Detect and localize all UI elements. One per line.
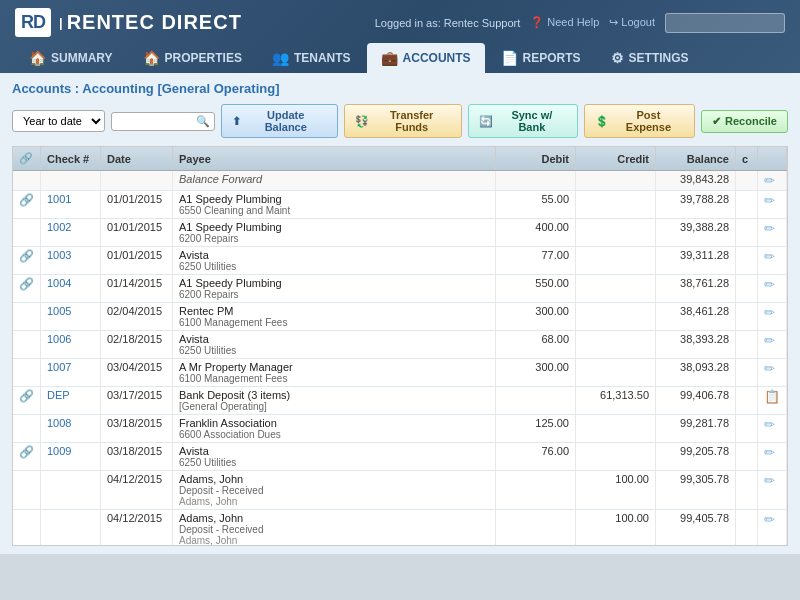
need-help-link[interactable]: ❓ Need Help (530, 16, 599, 29)
edit-icon[interactable]: ✏ (764, 473, 775, 488)
edit-cell[interactable]: ✏ (758, 510, 787, 547)
debit-cell (496, 171, 576, 191)
post-expense-button[interactable]: 💲 Post Expense (584, 104, 695, 138)
sync-bank-button[interactable]: 🔄 Sync w/ Bank (468, 104, 578, 138)
attach-icon[interactable]: 🔗 (19, 277, 34, 291)
check-number-link[interactable]: 1006 (47, 333, 71, 345)
edit-icon[interactable]: ✏ (764, 221, 775, 236)
edit-cell[interactable]: ✏ (758, 191, 787, 219)
global-search-input[interactable] (665, 13, 785, 33)
edit-icon[interactable]: ✏ (764, 361, 775, 376)
credit-cell (576, 219, 656, 247)
debit-cell: 550.00 (496, 275, 576, 303)
credit-cell (576, 171, 656, 191)
payee-category: 6250 Utilities (179, 261, 489, 272)
post-expense-icon: 💲 (595, 115, 609, 128)
check-cell[interactable]: 1007 (41, 359, 101, 387)
edit-icon[interactable]: ✏ (764, 512, 775, 527)
nav-tenants[interactable]: 👥 TENANTS (258, 43, 365, 73)
edit-icon[interactable]: ✏ (764, 193, 775, 208)
nav-reports[interactable]: 📄 REPORTS (487, 43, 595, 73)
payee-name: Adams, John (179, 512, 489, 524)
edit-icon[interactable]: ✏ (764, 277, 775, 292)
check-cell[interactable]: DEP (41, 387, 101, 415)
check-number-link[interactable]: 1003 (47, 249, 71, 261)
edit-cell[interactable]: ✏ (758, 247, 787, 275)
attach-cell[interactable]: 🔗 (13, 275, 41, 303)
date-cell: 01/01/2015 (101, 219, 173, 247)
nav-properties[interactable]: 🏠 PROPERTIES (129, 43, 256, 73)
edit-cell[interactable]: ✏ (758, 275, 787, 303)
check-number-link[interactable]: 1009 (47, 445, 71, 457)
cleared-cell (736, 219, 758, 247)
copy-icon[interactable]: 📋 (764, 389, 780, 404)
payee-name: Adams, John (179, 473, 489, 485)
edit-icon[interactable]: ✏ (764, 445, 775, 460)
edit-icon[interactable]: ✏ (764, 249, 775, 264)
date-cell: 03/04/2015 (101, 359, 173, 387)
col-header-balance: Balance (656, 147, 736, 171)
date-filter-select[interactable]: Year to date (12, 110, 105, 132)
edit-cell[interactable]: ✏ (758, 443, 787, 471)
nav-accounts[interactable]: 💼 ACCOUNTS (367, 43, 485, 73)
payee-category: Deposit - Received (179, 485, 489, 496)
attach-icon[interactable]: 🔗 (19, 193, 34, 207)
edit-cell[interactable]: ✏ (758, 471, 787, 510)
check-cell[interactable]: 1009 (41, 443, 101, 471)
check-cell[interactable]: 1002 (41, 219, 101, 247)
date-cell: 03/18/2015 (101, 415, 173, 443)
payee-category: 6200 Repairs (179, 289, 489, 300)
edit-cell[interactable]: 📋 (758, 387, 787, 415)
check-cell[interactable]: 1003 (41, 247, 101, 275)
check-number-link[interactable]: 1008 (47, 417, 71, 429)
edit-icon[interactable]: ✏ (764, 333, 775, 348)
edit-cell[interactable]: ✏ (758, 359, 787, 387)
check-cell[interactable]: 1004 (41, 275, 101, 303)
attach-icon[interactable]: 🔗 (19, 389, 34, 403)
check-number-link[interactable]: 1005 (47, 305, 71, 317)
edit-cell[interactable]: ✏ (758, 331, 787, 359)
attach-header-icon: 🔗 (19, 152, 33, 164)
cleared-cell (736, 471, 758, 510)
attach-cell[interactable]: 🔗 (13, 387, 41, 415)
check-number-link[interactable]: 1004 (47, 277, 71, 289)
edit-icon[interactable]: ✏ (764, 417, 775, 432)
transfer-funds-button[interactable]: 💱 Transfer Funds (344, 104, 462, 138)
edit-icon[interactable]: ✏ (764, 305, 775, 320)
payee-cell: Avista6250 Utilities (173, 443, 496, 471)
edit-icon[interactable]: ✏ (764, 173, 775, 188)
nav-settings[interactable]: ⚙ SETTINGS (597, 43, 703, 73)
cleared-cell (736, 415, 758, 443)
attach-icon[interactable]: 🔗 (19, 445, 34, 459)
table-search-button[interactable]: 🔍 (196, 115, 210, 128)
credit-cell (576, 443, 656, 471)
check-cell[interactable]: 1006 (41, 331, 101, 359)
check-cell[interactable]: 1001 (41, 191, 101, 219)
edit-cell[interactable]: ✏ (758, 415, 787, 443)
logout-link[interactable]: ↪ Logout (609, 16, 655, 29)
attach-icon[interactable]: 🔗 (19, 249, 34, 263)
table-row: 100201/01/2015A1 Speedy Plumbing6200 Rep… (13, 219, 787, 247)
check-cell[interactable]: 1008 (41, 415, 101, 443)
transfer-funds-icon: 💱 (355, 115, 369, 128)
update-balance-button[interactable]: ⬆ Update Balance (221, 104, 338, 138)
debit-cell (496, 471, 576, 510)
nav-summary[interactable]: 🏠 SUMMARY (15, 43, 127, 73)
edit-cell[interactable]: ✏ (758, 303, 787, 331)
nav-tenants-label: TENANTS (294, 51, 351, 65)
check-number-link[interactable]: 1001 (47, 193, 71, 205)
check-cell (41, 471, 101, 510)
check-number-link[interactable]: 1002 (47, 221, 71, 233)
attach-cell[interactable]: 🔗 (13, 443, 41, 471)
attach-cell[interactable]: 🔗 (13, 191, 41, 219)
properties-icon: 🏠 (143, 50, 160, 66)
attach-cell[interactable]: 🔗 (13, 247, 41, 275)
edit-cell[interactable]: ✏ (758, 219, 787, 247)
check-number-link[interactable]: DEP (47, 389, 70, 401)
transactions-table-wrapper: 🔗 Check # Date Payee Debit Credit Balanc… (12, 146, 788, 546)
reconcile-button[interactable]: ✔ Reconcile (701, 110, 788, 133)
check-cell[interactable]: 1005 (41, 303, 101, 331)
table-search-input[interactable] (116, 115, 196, 127)
edit-cell[interactable]: ✏ (758, 171, 787, 191)
check-number-link[interactable]: 1007 (47, 361, 71, 373)
